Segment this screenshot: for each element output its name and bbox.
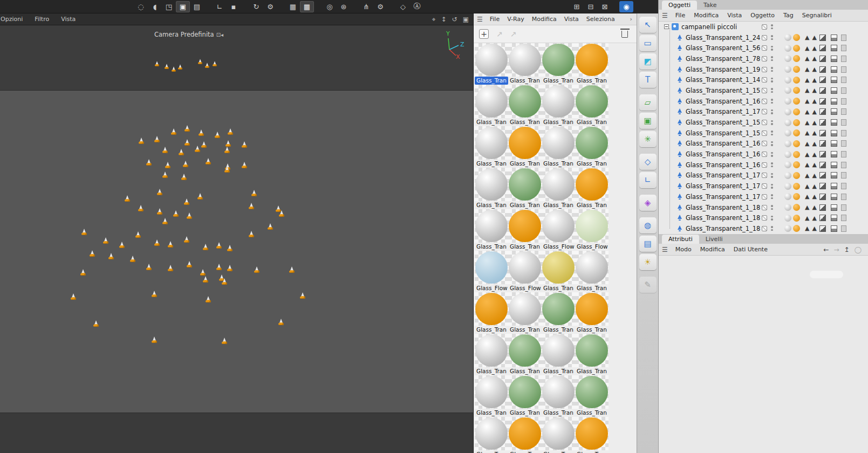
- compositing-tag-icon[interactable]: [819, 35, 826, 41]
- material-tag-white-icon[interactable]: [784, 77, 791, 84]
- material-item[interactable]: Glass_Tran: [542, 168, 575, 209]
- bell-object[interactable]: [184, 125, 190, 132]
- bell-object[interactable]: [162, 218, 168, 225]
- enable-toggle[interactable]: [762, 109, 767, 114]
- compositing-tag-icon[interactable]: [819, 225, 826, 232]
- clipped-tag-icon[interactable]: [841, 225, 846, 232]
- clipped-tag-icon[interactable]: [841, 183, 846, 189]
- workplane-icon[interactable]: ▪: [227, 1, 241, 12]
- object-name[interactable]: Glass_Transparent_1_161: [686, 140, 760, 147]
- visibility-dots[interactable]: [771, 46, 773, 51]
- display-tag-icon[interactable]: [831, 45, 837, 51]
- visibility-dots[interactable]: [771, 99, 773, 104]
- enable-toggle[interactable]: [762, 205, 767, 210]
- material-item[interactable]: Glass_Tran: [542, 375, 575, 417]
- clipped-tag-icon[interactable]: [841, 45, 846, 51]
- render-icon[interactable]: ◉: [619, 1, 633, 12]
- phong-tag-icon[interactable]: ▲: [812, 129, 816, 136]
- clipped-tag-icon[interactable]: [841, 215, 846, 221]
- compositing-tag-icon[interactable]: [819, 98, 826, 105]
- object-row[interactable]: Glass_Transparent_1_78▲▲: [659, 53, 868, 64]
- material-item[interactable]: Glass_Tran: [508, 43, 542, 85]
- snap-grid-icon[interactable]: ▦: [300, 1, 314, 12]
- material-tag-orange-icon[interactable]: [793, 34, 800, 41]
- material-tag-orange-icon[interactable]: [793, 45, 800, 52]
- bell-object[interactable]: [224, 166, 230, 173]
- object-name[interactable]: Glass_Transparent_1_185: [686, 225, 760, 232]
- bell-object[interactable]: [202, 244, 209, 251]
- clipped-tag-icon[interactable]: [841, 204, 846, 211]
- material-item[interactable]: Glass_Tran: [508, 168, 542, 209]
- layers-icon[interactable]: ▱: [639, 94, 657, 111]
- phong-tag-icon[interactable]: ▲: [805, 66, 809, 73]
- enable-toggle[interactable]: [762, 120, 767, 125]
- bell-object[interactable]: [186, 212, 193, 219]
- visibility-dots[interactable]: [771, 120, 773, 125]
- enable-toggle[interactable]: [762, 131, 767, 136]
- tab-attributi[interactable]: Attributi: [662, 235, 699, 244]
- material-tag-white-icon[interactable]: [784, 140, 791, 147]
- rectangle-tool-icon[interactable]: ▭: [639, 35, 657, 51]
- object-name[interactable]: Glass_Transparent_1_167: [686, 150, 760, 158]
- material-item[interactable]: Glass_Flow: [575, 209, 609, 251]
- text-tool-icon[interactable]: T: [639, 72, 657, 88]
- bell-object[interactable]: [182, 161, 189, 168]
- clipped-tag-icon[interactable]: [841, 108, 846, 115]
- phong-tag-icon[interactable]: ▲: [805, 151, 809, 158]
- display-tag-icon[interactable]: [831, 77, 837, 83]
- compositing-tag-icon[interactable]: [819, 215, 826, 221]
- clipped-tag-icon[interactable]: [841, 162, 846, 168]
- clipped-tag-icon[interactable]: [841, 194, 846, 200]
- clipped-tag-icon[interactable]: [841, 56, 846, 62]
- material-item[interactable]: Glass_Tran: [475, 334, 508, 375]
- material-item[interactable]: Glass_Tran: [475, 375, 508, 417]
- pencil-icon[interactable]: ✎: [639, 277, 657, 293]
- phong-tag-icon[interactable]: ▲: [805, 45, 809, 52]
- material-item[interactable]: Glass_Tran: [475, 292, 508, 334]
- enable-toggle[interactable]: [762, 45, 767, 51]
- material-item[interactable]: Glass_Flow: [475, 251, 508, 292]
- bell-object[interactable]: [154, 136, 160, 143]
- phong-tag-icon[interactable]: ▲: [805, 77, 809, 84]
- material-item[interactable]: Glass_Tran: [508, 334, 542, 375]
- bell-object[interactable]: [278, 210, 285, 217]
- object-row[interactable]: Glass_Transparent_1_190▲▲: [659, 64, 868, 75]
- bell-object[interactable]: [278, 319, 284, 326]
- bell-object[interactable]: [200, 269, 206, 276]
- material-item[interactable]: Glass_Tran: [575, 251, 609, 292]
- enable-toggle[interactable]: [762, 67, 767, 72]
- display-tag-icon[interactable]: [831, 215, 837, 221]
- bell-object[interactable]: [162, 171, 168, 179]
- array-icon[interactable]: ▣: [639, 113, 657, 129]
- compositing-tag-icon[interactable]: [819, 66, 826, 73]
- target-snap-icon[interactable]: ⊛: [337, 1, 351, 12]
- select-tool-icon[interactable]: ↖: [639, 17, 657, 33]
- visibility-dots[interactable]: [771, 56, 773, 61]
- object-row[interactable]: Glass_Transparent_1_177▲▲: [659, 181, 868, 191]
- bell-object[interactable]: [102, 237, 109, 244]
- phong-tag-icon[interactable]: ▲: [812, 119, 816, 126]
- material-item[interactable]: Glass_Tran: [542, 43, 575, 85]
- phong-tag-icon[interactable]: ▲: [805, 98, 809, 105]
- display-tag-icon[interactable]: [831, 66, 837, 73]
- material-tag-white-icon[interactable]: [784, 151, 791, 158]
- visibility-dots[interactable]: [771, 109, 773, 114]
- material-tag-white-icon[interactable]: [784, 204, 791, 211]
- material-item[interactable]: Glass_Flow: [542, 209, 575, 251]
- globe-icon[interactable]: ◍: [639, 217, 657, 234]
- phong-tag-icon[interactable]: ▲: [805, 55, 809, 62]
- display-tag-icon[interactable]: [831, 172, 837, 179]
- material-item[interactable]: Glass_Tran: [508, 292, 542, 334]
- bell-object[interactable]: [241, 162, 248, 169]
- display-tag-icon[interactable]: [831, 194, 837, 200]
- bell-object[interactable]: [156, 189, 163, 196]
- display-tag-icon[interactable]: [831, 119, 837, 126]
- bell-object[interactable]: [205, 158, 211, 165]
- bell-object[interactable]: [108, 253, 114, 260]
- a-badge-icon[interactable]: Ⓐ: [410, 1, 424, 12]
- bell-object[interactable]: [181, 174, 187, 181]
- bell-object[interactable]: [186, 261, 193, 268]
- material-tag-orange-icon[interactable]: [793, 119, 800, 126]
- hamburger-icon[interactable]: ☰: [662, 246, 668, 253]
- bell-object[interactable]: [80, 269, 86, 276]
